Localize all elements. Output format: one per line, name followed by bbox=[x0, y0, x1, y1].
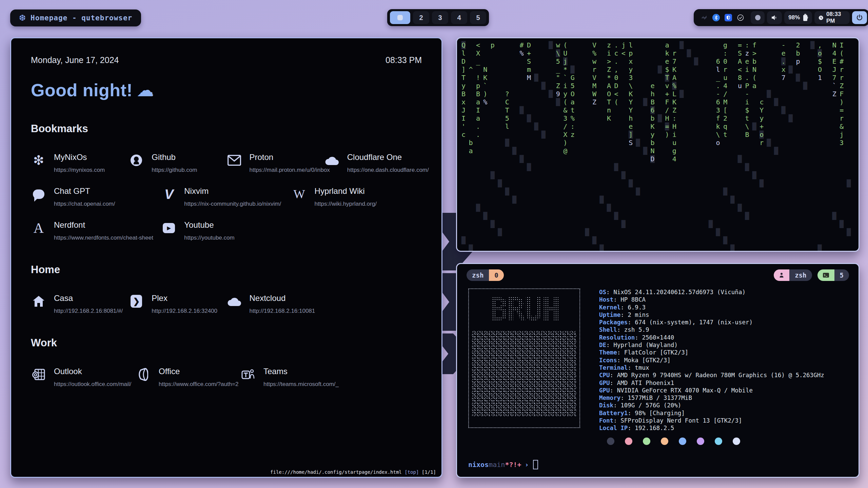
bookmark-office[interactable]: Officehttps://www.office.com/?auth=2 bbox=[136, 367, 240, 388]
nixos-snowflake-icon: ❆ bbox=[19, 13, 26, 23]
tmux-statusbar: zsh 0 zsh 5 bbox=[457, 269, 859, 281]
palette-dot bbox=[625, 438, 632, 445]
startpage-date: Monday, June 17, 2024 bbox=[31, 55, 119, 65]
bookmark-url: https://outlook.office.com/mail/ bbox=[54, 381, 131, 388]
shell-prompt[interactable]: nixos main *?!+ › bbox=[468, 460, 538, 469]
github-icon bbox=[129, 152, 144, 168]
bookmark-title: Proton bbox=[250, 152, 330, 162]
tmux-session-name: zsh bbox=[467, 269, 489, 281]
teams-icon bbox=[240, 367, 256, 382]
bookmark-url: http://192.168.2.16:8081/#/ bbox=[54, 308, 123, 314]
terminal-fetch-window[interactable]: zsh 0 zsh 5 BRUH OS: NixOS 24.11.2024061… bbox=[456, 263, 860, 478]
workspace-button-3[interactable]: 3 bbox=[432, 11, 448, 24]
statusbar-url: file:///home/hadi/.config/startpage/inde… bbox=[270, 469, 402, 475]
bookmark-url: https://wiki.hyprland.org/ bbox=[315, 201, 377, 207]
bookmark-teams[interactable]: Teamshttps://teams.microsoft.com/_ bbox=[240, 367, 345, 388]
bookmark-casa[interactable]: Casahttp://192.168.2.16:8081/#/ bbox=[31, 293, 129, 314]
prompt-host: nixos bbox=[468, 461, 489, 469]
section-header-home: Home bbox=[31, 264, 422, 276]
tmux-left-status[interactable]: zsh 0 bbox=[467, 269, 504, 281]
workspace-button-5[interactable]: 5 bbox=[470, 11, 486, 24]
speaker-icon bbox=[771, 15, 778, 21]
power-icon bbox=[856, 14, 863, 21]
workspace-button-1[interactable] bbox=[390, 11, 410, 24]
system-tray-bar: 98% 08:33 PM bbox=[694, 9, 868, 26]
prompt-arrow: › bbox=[521, 461, 529, 469]
tmux-shell-name: zsh bbox=[789, 269, 812, 281]
bookmark-url: http://192.168.2.16:32400 bbox=[152, 308, 217, 314]
bookmark-nixvim[interactable]: VNixvimhttps://nix-community.github.io/n… bbox=[161, 186, 291, 207]
terminal-color-palette bbox=[607, 438, 740, 445]
bookmark-url: https://www.office.com/?auth=2 bbox=[159, 381, 238, 388]
palette-dot bbox=[679, 438, 686, 445]
bookmark-url: http://192.168.2.16:10081 bbox=[250, 308, 315, 314]
workspace-button-4[interactable]: 4 bbox=[451, 11, 467, 24]
ascii-dither-texture bbox=[472, 331, 577, 416]
share-arrow-icon[interactable] bbox=[700, 14, 708, 21]
office-icon bbox=[136, 367, 151, 382]
workspace-button-2[interactable]: 2 bbox=[413, 11, 429, 24]
house-icon bbox=[31, 293, 46, 309]
idle-dot-icon bbox=[755, 15, 761, 20]
section-header-work: Work bbox=[31, 337, 422, 349]
cloud-icon bbox=[226, 293, 242, 309]
bookmark-nextcloud[interactable]: Nextcloudhttp://192.168.2.16:10081 bbox=[226, 293, 324, 314]
bookmark-title: Nixvim bbox=[184, 186, 281, 196]
check-circle-icon[interactable] bbox=[737, 14, 744, 21]
bookmark-github[interactable]: Githubhttps://github.com bbox=[129, 152, 226, 174]
terminal-icon bbox=[817, 269, 834, 281]
prompt-git-branch: main bbox=[489, 461, 505, 469]
bookmark-outlook[interactable]: Outlookhttps://outlook.office.com/mail/ bbox=[31, 367, 136, 388]
snowflake-icon: ❇ bbox=[31, 152, 46, 168]
bookmark-title: MyNixOs bbox=[54, 152, 105, 162]
bluetooth-icon[interactable] bbox=[712, 14, 720, 21]
cmatrix-glyphs: Q < p #D w( V z.jl a g =:f - 2 , NI l X … bbox=[461, 41, 854, 252]
wikipedia-w-icon: W bbox=[292, 186, 307, 202]
bookmark-url: https://mail.proton.me/u/0/inbox bbox=[250, 167, 330, 174]
outlook-icon bbox=[31, 367, 46, 382]
battery-percent: 98% bbox=[788, 14, 800, 21]
bookmark-title: Cloudflare One bbox=[347, 152, 429, 162]
tmux-window-index: 0 bbox=[489, 269, 504, 281]
bookmark-title: Nextcloud bbox=[250, 293, 315, 303]
palette-dot bbox=[607, 438, 614, 445]
bookmark-cloudflare-one[interactable]: Cloudflare Onehttps://one.dash.cloudflar… bbox=[324, 152, 422, 174]
tmux-right-status[interactable]: zsh 5 bbox=[774, 269, 849, 281]
text-cursor bbox=[533, 460, 538, 469]
bookmark-url: https://nix-community.github.io/nixvim/ bbox=[184, 201, 281, 207]
bookmark-hyprland-wiki[interactable]: WHyprland Wikihttps://wiki.hyprland.org/ bbox=[292, 186, 422, 207]
power-button[interactable] bbox=[852, 11, 867, 24]
bookmark-nerdfont[interactable]: ANerdfonthttps://www.nerdfonts.com/cheat… bbox=[31, 220, 161, 241]
bookmark-plex[interactable]: ❯Plexhttp://192.168.2.16:32400 bbox=[129, 293, 226, 314]
bookmark-url: https://teams.microsoft.com/_ bbox=[263, 381, 339, 388]
plex-icon: ❯ bbox=[129, 293, 144, 309]
bookmark-title: Outlook bbox=[54, 367, 131, 376]
window-title: Homepage - qutebrowser bbox=[31, 14, 132, 22]
palette-dot bbox=[697, 438, 704, 445]
window-title-pill[interactable]: ❆ Homepage - qutebrowser bbox=[10, 9, 141, 26]
terminal-cmatrix-window[interactable]: █ █ █ █ █ █ █ █ █ █ █ █ bbox=[456, 37, 860, 252]
palette-dot bbox=[733, 438, 740, 445]
ascii-logo-bruh: BRUH bbox=[468, 288, 580, 428]
bookmark-title: Hyprland Wiki bbox=[315, 186, 377, 196]
clock-widget[interactable]: 08:33 PM bbox=[814, 11, 849, 24]
battery-status[interactable]: 98% bbox=[784, 11, 812, 24]
bookmark-title: Casa bbox=[54, 293, 123, 303]
active-workspace-icon bbox=[397, 15, 403, 20]
bookmark-youtube[interactable]: ▶Youtubehttps://youtube.com bbox=[161, 220, 291, 241]
bookmark-title: Plex bbox=[152, 293, 217, 303]
volume-control[interactable] bbox=[767, 11, 782, 24]
envelope-icon bbox=[226, 152, 242, 168]
bookmark-url: https://mynixos.com bbox=[54, 167, 105, 174]
bookmark-chat-gpt[interactable]: Chat GPThttps://chat.openai.com/ bbox=[31, 186, 161, 207]
letter-a-icon: A bbox=[31, 220, 46, 236]
statusbar-scroll: [top] bbox=[405, 469, 419, 475]
bookmark-url: https://www.nerdfonts.com/cheat-sheet bbox=[54, 235, 153, 241]
shield-icon[interactable] bbox=[725, 14, 732, 21]
user-person-icon bbox=[774, 269, 789, 281]
bookmark-proton[interactable]: Protonhttps://mail.proton.me/u/0/inbox bbox=[226, 152, 324, 174]
idle-inhibitor[interactable] bbox=[751, 11, 765, 24]
fastfetch-output: BRUH OS: NixOS 24.11.20240612.57d6973 (V… bbox=[468, 288, 824, 432]
bookmark-mynixos[interactable]: ❇MyNixOshttps://mynixos.com bbox=[31, 152, 129, 174]
battery-charging-icon bbox=[803, 14, 808, 21]
